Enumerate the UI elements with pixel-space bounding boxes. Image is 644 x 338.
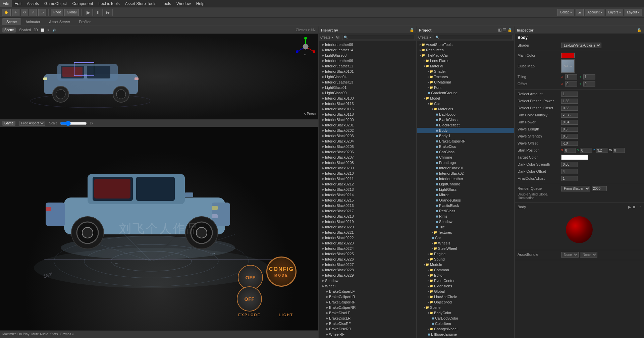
- final-color-adjust-input[interactable]: [561, 176, 578, 181]
- toolbar-rotate[interactable]: ↺: [21, 9, 28, 16]
- proj-item-48[interactable]: ▸ 📁 ObjectPool: [417, 299, 514, 305]
- hier-item-12[interactable]: ◆ InteriorBlack0115: [319, 106, 416, 112]
- proj-item-51[interactable]: ◼ CarBodyColor: [417, 316, 514, 321]
- scene-audio-icon[interactable]: 🔊: [52, 29, 56, 32]
- game-canvas[interactable]: 180° → →: [0, 127, 318, 330]
- scale-slider[interactable]: [60, 121, 87, 126]
- hierarchy-lock[interactable]: 🔒: [410, 28, 414, 32]
- target-color-swatch[interactable]: [561, 155, 588, 160]
- maximize-label[interactable]: Maximize On Play: [2, 332, 30, 336]
- hier-item-13[interactable]: ◆ InteriorBlack0118: [319, 112, 416, 117]
- hier-item-4[interactable]: ◆ InteriorLeather11: [319, 63, 416, 69]
- shader-select[interactable]: LexLiu/VertexColorTransform: [561, 43, 601, 48]
- hier-item-18[interactable]: ◆ InteriorBlack0204: [319, 138, 416, 144]
- preview-dots[interactable]: ⋯: [637, 205, 641, 209]
- hier-item-43[interactable]: ◆ InteriorBlack0229: [319, 273, 416, 278]
- hier-item-30[interactable]: ◆ InteriorBlack0216: [319, 203, 416, 208]
- tiling-y-input[interactable]: [583, 74, 595, 79]
- hier-item-50[interactable]: ◆ BrakeDiscLF: [319, 310, 416, 316]
- proj-item-8[interactable]: ▸ 📁 Font: [417, 85, 514, 90]
- proj-item-40[interactable]: ▸ 📁 Sound: [417, 257, 514, 262]
- toolbar-hand[interactable]: ✋: [2, 9, 11, 16]
- offset-x-input[interactable]: [565, 81, 577, 87]
- hier-item-55[interactable]: ◆ WheelLF: [319, 337, 416, 338]
- proj-item-12[interactable]: ▾ 📁 Materials: [417, 106, 514, 112]
- game-tab[interactable]: Game: [2, 121, 15, 126]
- menu-assets[interactable]: Assets: [24, 0, 42, 7]
- scene-light-icon[interactable]: ☀: [47, 29, 50, 32]
- wave-length-input[interactable]: [561, 127, 578, 132]
- proj-item-44[interactable]: ▸ 📁 EventCenter: [417, 278, 514, 283]
- project-search[interactable]: [434, 35, 513, 40]
- scene-tab[interactable]: Scene: [2, 27, 16, 33]
- proj-item-38[interactable]: ▸ 📁 SteelWheel: [417, 246, 514, 251]
- start-x-input[interactable]: [564, 148, 576, 153]
- layers-button[interactable]: Layers ▾: [606, 9, 623, 16]
- proj-item-11[interactable]: ▾ 📁 Car: [417, 101, 514, 106]
- dark-color-strength-input[interactable]: [561, 162, 578, 167]
- proj-item-19[interactable]: ◼ BrakeDisc: [417, 144, 514, 149]
- proj-item-33[interactable]: ◼ Shadow: [417, 219, 514, 224]
- proj-item-30[interactable]: ◼ PlasticBlack: [417, 203, 514, 208]
- hier-item-2[interactable]: ◆ LightGlass03: [319, 53, 416, 58]
- proj-item-39[interactable]: ▸ 📁 Engine: [417, 251, 514, 257]
- proj-item-53[interactable]: ▸ 📁 ChangeWheel: [417, 326, 514, 332]
- render-queue-select[interactable]: From Shader: [561, 186, 590, 191]
- tab-asset-server[interactable]: Asset Server: [45, 18, 74, 25]
- proj-item-10[interactable]: ▾ 📁 Model: [417, 96, 514, 101]
- hier-item-5[interactable]: ◆ InteriorBlack0101: [319, 69, 416, 74]
- game-gizmos-label[interactable]: Gizmos ▾: [60, 332, 74, 336]
- wave-strength-input[interactable]: [561, 134, 578, 139]
- hier-item-44[interactable]: ◆ Shadow: [319, 278, 416, 283]
- start-y-input[interactable]: [580, 148, 592, 153]
- proj-item-31[interactable]: ◼ RedGlass: [417, 208, 514, 214]
- hier-item-40[interactable]: ◆ InteriorBlack0226: [319, 257, 416, 262]
- proj-item-32[interactable]: ◼ Rims: [417, 214, 514, 219]
- hier-item-22[interactable]: ◆ InteriorBlack0208: [319, 160, 416, 165]
- hier-item-21[interactable]: ◆ InteriorBlack0207: [319, 155, 416, 160]
- hier-item-51[interactable]: ◆ BrakeDiscLR: [319, 316, 416, 321]
- proj-item-24[interactable]: ◼ InteriorBlack02: [417, 171, 514, 176]
- hier-item-6[interactable]: ◆ LightGlass04: [319, 74, 416, 79]
- scene-shading[interactable]: Shaded: [19, 28, 31, 32]
- hier-item-37[interactable]: ◆ InteriorBlack0223: [319, 240, 416, 246]
- start-w-input[interactable]: [613, 148, 625, 153]
- proj-item-54[interactable]: ◼ BillboardEngine: [417, 332, 514, 337]
- stats-label[interactable]: Stats: [50, 332, 58, 336]
- menu-tools[interactable]: Tools: [159, 0, 174, 7]
- hier-item-33[interactable]: ◆ InteriorBlack0219: [319, 219, 416, 224]
- menu-component[interactable]: Component: [69, 0, 96, 7]
- preview-play[interactable]: ▶: [628, 205, 631, 209]
- proj-icon1[interactable]: ◧: [498, 28, 501, 32]
- scene-mode[interactable]: 2D: [34, 28, 38, 32]
- hier-item-8[interactable]: ◆ LightGlass01: [319, 85, 416, 90]
- hier-item-46[interactable]: ◆ BrakeCaliperLF: [319, 289, 416, 294]
- hier-item-23[interactable]: ◆ InteriorBlack0209: [319, 165, 416, 171]
- gizmo-box[interactable]: Y: [296, 37, 316, 57]
- hier-item-9[interactable]: ◆ LightGlass00: [319, 90, 416, 96]
- proj-item-0[interactable]: ▸ 📁 AssetStoreTools: [417, 42, 514, 47]
- proj-item-47[interactable]: ▸ 📁 LineAndCircle: [417, 294, 514, 299]
- proj-item-34[interactable]: ◼ Tile: [417, 224, 514, 230]
- scene-3d-icon[interactable]: ⬜: [41, 29, 44, 32]
- proj-item-37[interactable]: ▸ 📁 Wheels: [417, 240, 514, 246]
- proj-item-20[interactable]: ◼ CarGlass: [417, 149, 514, 155]
- account-button[interactable]: Account ▾: [585, 9, 604, 16]
- hier-item-31[interactable]: ◆ InteriorBlack0217: [319, 208, 416, 214]
- wave-offset-input[interactable]: [561, 141, 578, 146]
- hier-item-16[interactable]: ◆ InteriorBlack0202: [319, 128, 416, 133]
- hier-item-27[interactable]: ◆ InteriorBlack0213: [319, 187, 416, 192]
- proj-item-45[interactable]: ▸ 📁 Extensions: [417, 283, 514, 289]
- hier-item-35[interactable]: ◆ InteriorBlack0221: [319, 230, 416, 235]
- main-color-swatch[interactable]: [561, 53, 575, 58]
- proj-item-5[interactable]: ▸ 📁 Shader: [417, 69, 514, 74]
- menu-lexliutools[interactable]: LexLiuTools: [96, 0, 122, 7]
- proj-item-9[interactable]: ◼ GradientGround: [417, 90, 514, 96]
- proj-item-25[interactable]: ◼ InteriorLeather: [417, 176, 514, 181]
- menu-edit[interactable]: Edit: [12, 0, 24, 7]
- proj-item-52[interactable]: ◼ ColorItem: [417, 321, 514, 326]
- hier-item-32[interactable]: ◆ InteriorBlack0218: [319, 214, 416, 219]
- hier-item-3[interactable]: ◆ InteriorLeather09: [319, 58, 416, 63]
- pause-button[interactable]: ⏸: [94, 9, 103, 16]
- tab-scene[interactable]: Scene: [2, 18, 21, 25]
